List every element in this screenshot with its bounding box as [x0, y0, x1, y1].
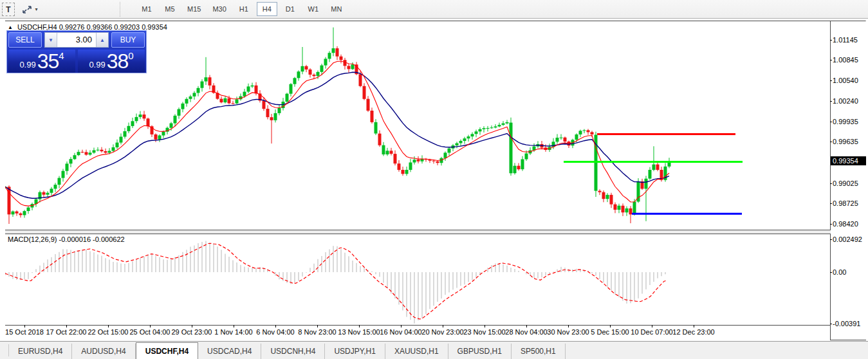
current-price-label: 0.99354 [831, 156, 866, 165]
tab-gbpusd-h1[interactable]: GBPUSD,H1 [448, 344, 512, 359]
tab-usdchf-h4[interactable]: USDCHF,H4 [136, 342, 198, 359]
buy-price-display[interactable]: 0.99 38 0 [78, 50, 145, 73]
volume-decrease-button[interactable]: ▼ [45, 33, 57, 47]
time-tick [234, 325, 234, 327]
time-tick [317, 325, 318, 327]
toolbar-separator [120, 2, 120, 17]
buy-price-prefix: 0.99 [89, 59, 105, 71]
time-tick [485, 325, 485, 327]
panel-splitter[interactable] [5, 230, 866, 234]
buy-button[interactable]: BUY [111, 32, 145, 48]
sell-price-display[interactable]: 0.99 35 4 [8, 50, 75, 73]
tab-audusd-h4[interactable]: AUDUSD,H4 [72, 344, 135, 359]
time-tick [66, 325, 67, 327]
time-tick [275, 325, 276, 327]
timeframe-button-M1[interactable]: M1 [136, 2, 157, 16]
time-tick [150, 325, 151, 327]
macd-tick: 0.00 [833, 268, 866, 276]
tab-usdjpy-h1[interactable]: USDJPY,H1 [325, 344, 385, 359]
time-tick [652, 325, 652, 327]
volume-field[interactable]: 3.00 [57, 33, 96, 47]
macd-tick: 0.002492 [833, 235, 866, 243]
tab-eurusd-h4[interactable]: EURUSD,H4 [9, 344, 72, 359]
timeframe-button-H1[interactable]: H1 [234, 2, 254, 16]
tab-usdcnh-h4[interactable]: USDCNH,H4 [261, 344, 325, 359]
timeframe-button-H4[interactable]: H4 [257, 2, 277, 16]
price-tick: 0.98725 [833, 199, 866, 207]
macd-tick: -0.00391 [833, 320, 866, 327]
arrows-icon [21, 5, 33, 15]
time-tick [24, 325, 25, 327]
tab-sp500-h1[interactable]: SP500,H1 [512, 344, 566, 359]
arrows-tool-button[interactable]: ▾ [18, 3, 41, 16]
time-tick [694, 325, 694, 327]
sell-price-big: 35 [37, 51, 59, 71]
volume-stepper: ▼ 3.00 ▲ [44, 32, 109, 48]
time-tick [568, 325, 569, 327]
time-tick [401, 325, 402, 327]
sell-button[interactable]: SELL [8, 32, 42, 48]
sell-price-sup: 4 [59, 51, 64, 60]
price-tick: 1.00240 [833, 97, 866, 105]
price-tick: 0.99025 [833, 180, 866, 187]
time-tick [192, 325, 192, 327]
price-tick: 1.01145 [833, 36, 866, 44]
volume-increase-button[interactable]: ▲ [96, 33, 108, 47]
price-tick: 1.00845 [833, 56, 866, 64]
price-axis[interactable]: 1.011451.008451.005401.002400.999350.996… [831, 21, 866, 340]
price-tick: 1.00540 [833, 77, 866, 84]
text-tool-button[interactable]: T [2, 3, 15, 16]
tab-xauusd-h1[interactable]: XAUUSD,H1 [385, 344, 448, 359]
one-click-trade-panel: SELL ▼ 3.00 ▲ BUY 0.99 35 4 0.99 38 0 [6, 30, 147, 73]
collapse-panel-icon[interactable]: ▲ [8, 24, 13, 30]
top-toolbar: T ▾ M1M5M15M30H1H4D1W1MN [0, 0, 868, 19]
tab-usdcad-h4[interactable]: USDCAD,H4 [198, 344, 261, 359]
time-tick [108, 325, 109, 327]
price-tick: 0.99635 [833, 138, 866, 145]
price-tick: 0.99935 [833, 118, 866, 125]
price-tick: 0.98420 [833, 220, 866, 228]
sell-price-prefix: 0.99 [19, 59, 35, 71]
time-axis[interactable]: 15 Oct 201817 Oct 22:0022 Oct 15:0025 Oc… [5, 326, 830, 340]
timeframe-group: M1M5M15M30H1H4D1W1MN [136, 2, 347, 17]
macd-indicator-label: MACD(12,26,9) -0.000016 -0.000622 [8, 235, 125, 243]
timeframe-button-MN[interactable]: MN [326, 2, 347, 16]
timeframe-button-M30[interactable]: M30 [208, 2, 230, 16]
macd-canvas[interactable] [5, 234, 830, 325]
chevron-down-icon: ▾ [35, 6, 37, 12]
timeframe-button-M5[interactable]: M5 [160, 2, 180, 16]
tab-bar-grip [0, 344, 9, 356]
time-tick [443, 325, 443, 327]
time-tick [359, 325, 360, 327]
time-tick [610, 325, 611, 327]
mt-terminal: { "toolbar": { "text_tool": "T", "caret"… [0, 0, 868, 359]
buy-price-sup: 0 [128, 51, 133, 60]
buy-price-big: 38 [107, 51, 129, 71]
timeframe-button-W1[interactable]: W1 [303, 2, 324, 16]
time-label: 12 Dec 23:00 [669, 328, 718, 336]
time-tick [526, 325, 527, 327]
timeframe-button-D1[interactable]: D1 [280, 2, 300, 16]
chart-tab-bar: EURUSD,H4AUDUSD,H4USDCHF,H4USDCAD,H4USDC… [0, 341, 868, 359]
timeframe-button-M15[interactable]: M15 [183, 2, 205, 16]
